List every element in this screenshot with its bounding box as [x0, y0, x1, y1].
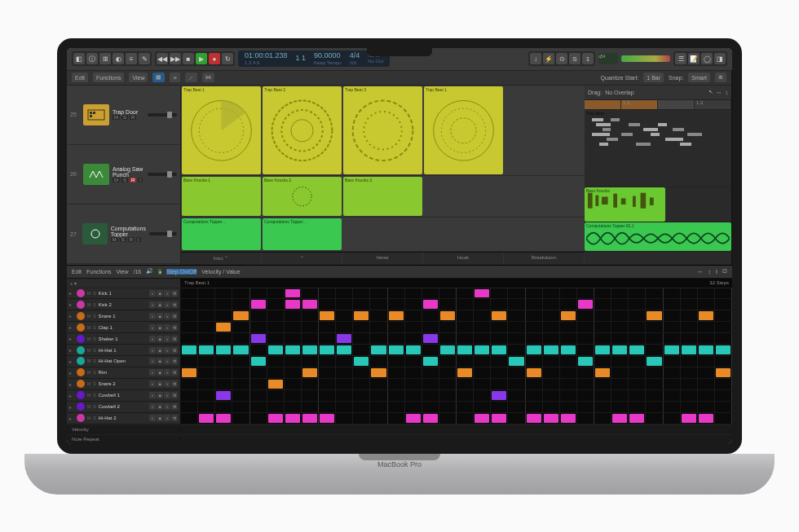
velocity-bar[interactable] [629, 429, 646, 430]
step[interactable] [594, 322, 611, 332]
repeat-cell[interactable] [181, 438, 198, 440]
notes-btn[interactable]: 📝 [688, 53, 700, 64]
repeat-cell[interactable] [681, 438, 698, 440]
cell-trap-beat-1b[interactable]: Trap Beat 1 [424, 86, 503, 175]
step[interactable] [302, 310, 319, 321]
step[interactable] [336, 333, 353, 344]
step[interactable] [491, 310, 508, 321]
step[interactable] [285, 322, 302, 332]
quantize-select[interactable]: 1 Bar [643, 73, 664, 82]
step[interactable] [302, 402, 319, 412]
seq-row-snare-1[interactable]: ▸ MS Snare 1 ‹●›⟲ [67, 310, 180, 322]
step[interactable] [474, 345, 491, 355]
step[interactable] [543, 356, 560, 367]
repeat-cell[interactable] [664, 438, 681, 440]
step[interactable] [664, 310, 681, 321]
scene-breakdown[interactable]: Breakdown [504, 253, 585, 265]
step[interactable] [611, 402, 629, 412]
smart-btn[interactable]: ◐ [113, 53, 124, 64]
repeat-cell[interactable] [457, 438, 474, 440]
step[interactable] [439, 299, 457, 310]
step[interactable] [267, 390, 285, 401]
step[interactable] [370, 356, 387, 367]
step[interactable] [215, 390, 232, 401]
step[interactable] [353, 390, 370, 401]
seq-view-menu[interactable]: View [116, 269, 128, 275]
step[interactable] [491, 345, 508, 355]
replace-btn[interactable]: ↓ [530, 53, 541, 64]
step[interactable] [353, 288, 370, 299]
cycle-btn[interactable]: ↻ [222, 53, 233, 64]
step[interactable] [508, 310, 525, 321]
count-in-btn[interactable]: 1 [582, 53, 594, 64]
step[interactable] [457, 299, 474, 310]
empty-cell[interactable] [424, 218, 503, 249]
low-latency-btn[interactable]: ⚡ [543, 53, 554, 64]
step[interactable] [629, 310, 646, 321]
step[interactable] [698, 356, 715, 367]
step[interactable] [646, 310, 663, 321]
cell-bass-1[interactable]: Bass Knocks 1 [182, 177, 261, 216]
step[interactable] [577, 333, 594, 344]
step[interactable] [215, 299, 232, 310]
step[interactable] [664, 322, 681, 332]
velocity-bar[interactable] [198, 429, 215, 430]
step[interactable] [250, 413, 267, 424]
step[interactable] [698, 413, 715, 424]
step[interactable] [560, 288, 577, 299]
cell-bass-2[interactable]: Bass Knocks 2 [263, 177, 342, 216]
velocity-bar[interactable] [715, 429, 732, 430]
step[interactable] [439, 413, 457, 424]
step[interactable] [457, 310, 474, 321]
step[interactable] [336, 390, 353, 401]
step[interactable] [353, 345, 370, 355]
scene-verse[interactable]: Verse [342, 253, 423, 265]
step[interactable] [698, 333, 715, 344]
step[interactable] [681, 413, 698, 424]
step[interactable] [302, 299, 319, 310]
step[interactable] [715, 367, 732, 378]
step[interactable] [250, 288, 267, 299]
step[interactable] [439, 402, 457, 412]
step[interactable] [405, 299, 422, 310]
disclosure-icon[interactable]: ▸ [69, 336, 74, 341]
step[interactable] [577, 345, 594, 355]
velocity-bar[interactable] [457, 429, 474, 430]
step[interactable] [405, 367, 422, 378]
step[interactable] [474, 402, 491, 412]
step[interactable] [388, 299, 405, 310]
cell-trap-beat-2[interactable]: Trap Beat 2 [263, 86, 342, 175]
step[interactable] [232, 345, 249, 355]
repeat-cell[interactable] [698, 438, 715, 440]
step[interactable] [353, 333, 370, 344]
step[interactable] [370, 299, 387, 310]
view-menu[interactable]: View [129, 73, 148, 82]
repeat-cell[interactable] [250, 438, 267, 440]
velocity-bar[interactable] [664, 429, 681, 430]
step[interactable] [388, 310, 405, 321]
step[interactable] [232, 367, 249, 378]
step[interactable] [181, 379, 198, 389]
seq-in[interactable]: I [716, 269, 717, 275]
velocity-bar[interactable] [405, 429, 422, 430]
step[interactable] [422, 390, 439, 401]
step[interactable] [285, 379, 302, 389]
step[interactable] [664, 345, 681, 355]
seq-out[interactable]: ⊡ [722, 268, 727, 275]
velocity-bar[interactable] [491, 429, 508, 430]
step[interactable] [474, 367, 491, 378]
step[interactable] [543, 310, 560, 321]
step[interactable] [285, 310, 302, 321]
loops-btn[interactable]: ◯ [701, 53, 713, 64]
step[interactable] [405, 379, 422, 389]
step[interactable] [285, 390, 302, 401]
repeat-cell[interactable] [439, 438, 457, 440]
step[interactable] [560, 379, 577, 389]
step[interactable] [267, 379, 285, 389]
step[interactable] [664, 390, 681, 401]
step[interactable] [698, 299, 715, 310]
step[interactable] [664, 402, 681, 412]
step[interactable] [577, 413, 594, 424]
velocity-bar[interactable] [698, 429, 715, 430]
step[interactable] [388, 322, 405, 332]
